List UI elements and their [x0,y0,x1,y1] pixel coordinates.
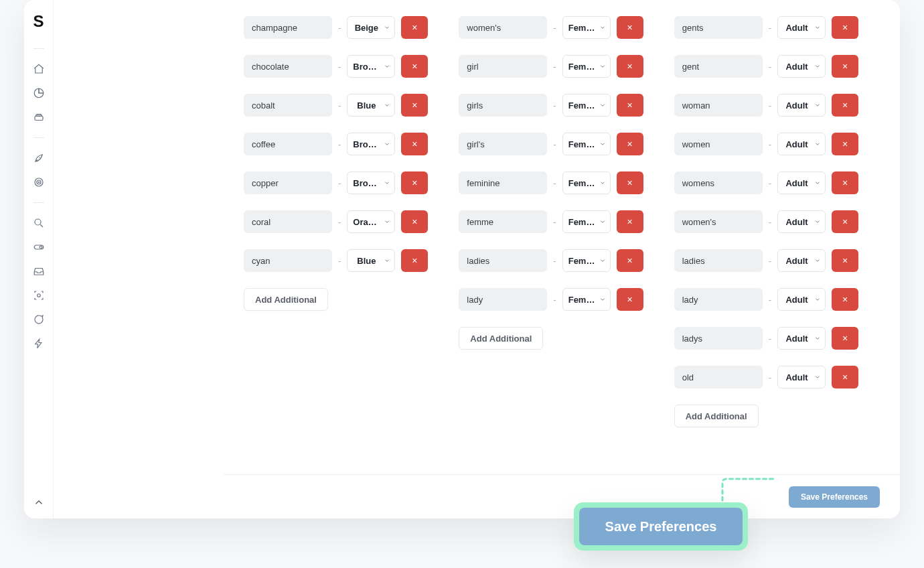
mapping-value-select[interactable]: Brown [347,55,395,78]
bolt-icon[interactable] [32,337,46,350]
mapping-value-select[interactable]: Adult [777,133,826,155]
mapping-value-select[interactable]: Adult [777,94,826,117]
mapping-value-select[interactable]: Blue [347,249,395,272]
add-additional-button[interactable]: Add Additional [674,405,759,427]
close-icon: × [627,294,633,305]
mapping-value-select[interactable]: Female [562,55,611,78]
mapping-term-input[interactable] [244,16,332,39]
delete-mapping-button[interactable]: × [617,249,643,272]
search-icon[interactable] [32,216,46,230]
sidebar: S [24,0,54,518]
scan-icon[interactable] [32,289,46,302]
delete-mapping-button[interactable]: × [617,16,643,39]
mapping-value-select[interactable]: Female [562,133,611,155]
mapping-term-input[interactable] [674,16,763,39]
svg-point-1 [35,178,43,186]
close-icon: × [412,61,417,72]
app-frame: S [24,0,900,518]
mapping-value-select[interactable]: Orange [347,210,395,233]
mapping-value-select[interactable]: Adult [777,327,826,350]
delete-mapping-button[interactable]: × [617,94,643,117]
mapping-value-select[interactable]: Adult [777,366,826,388]
delete-mapping-button[interactable]: × [832,210,858,233]
mapping-value-select[interactable]: Adult [777,55,826,78]
mapping-value-select[interactable]: Female [562,210,611,233]
mapping-value-select[interactable]: Blue [347,94,395,117]
delete-mapping-button[interactable]: × [832,288,858,311]
delete-mapping-button[interactable]: × [617,288,643,311]
delete-mapping-button[interactable]: × [401,16,428,39]
close-icon: × [627,22,633,33]
stack-icon[interactable] [32,111,46,124]
mapping-value-select[interactable]: Beige [347,16,395,39]
collapse-sidebar-icon[interactable] [32,496,46,509]
delete-mapping-button[interactable]: × [832,16,858,39]
mapping-term-input[interactable] [459,94,547,117]
mapping-value-select[interactable]: Female [562,16,611,39]
delete-mapping-button[interactable]: × [617,133,643,155]
delete-mapping-button[interactable]: × [401,210,428,233]
mapping-term-input[interactable] [459,210,547,233]
home-icon[interactable] [32,62,46,76]
mapping-value-select[interactable]: Adult [777,210,826,233]
delete-mapping-button[interactable]: × [617,210,643,233]
mapping-term-input[interactable] [674,327,763,350]
mapping-term-input[interactable] [459,133,547,155]
mapping-term-input[interactable] [459,55,547,78]
mapping-term-input[interactable] [674,133,763,155]
mapping-term-input[interactable] [244,210,332,233]
mapping-value-select[interactable]: Adult [777,249,826,272]
mapping-term-input[interactable] [674,210,763,233]
rocket-icon[interactable] [32,151,46,165]
delete-mapping-button[interactable]: × [401,249,428,272]
delete-mapping-button[interactable]: × [832,133,858,155]
mapping-term-input[interactable] [459,16,547,39]
mapping-value-select[interactable]: Female [562,94,611,117]
delete-mapping-button[interactable]: × [832,94,858,117]
mapping-value-select[interactable]: Female [562,249,611,272]
delete-mapping-button[interactable]: × [832,366,858,388]
save-preferences-callout-button[interactable]: Save Preferences [579,508,743,545]
mapping-term-input[interactable] [244,94,332,117]
delete-mapping-button[interactable]: × [401,171,428,194]
mapping-term-input[interactable] [674,94,763,117]
mapping-value-select[interactable]: Adult [777,288,826,311]
delete-mapping-button[interactable]: × [617,55,643,78]
mapping-term-input[interactable] [674,288,763,311]
mapping-term-input[interactable] [459,171,547,194]
delete-mapping-button[interactable]: × [832,171,858,194]
mapping-term-input[interactable] [674,55,763,78]
mapping-value-select[interactable]: Female [562,288,611,311]
mapping-term-input[interactable] [244,249,332,272]
pie-chart-icon[interactable] [32,86,46,100]
mapping-value-select[interactable]: Adult [777,16,826,39]
add-additional-button[interactable]: Add Additional [244,288,328,311]
mapping-value-select[interactable]: Brown [347,133,395,155]
mapping-term-input[interactable] [674,249,763,272]
mapping-select-wrap: Female [562,210,611,233]
delete-mapping-button[interactable]: × [401,133,428,155]
toggle-icon[interactable] [32,240,46,254]
mapping-value-select[interactable]: Brown [347,171,395,194]
chat-icon[interactable] [32,313,46,326]
mapping-term-input[interactable] [459,249,547,272]
delete-mapping-button[interactable]: × [617,171,643,194]
delete-mapping-button[interactable]: × [832,55,858,78]
add-additional-button[interactable]: Add Additional [459,327,543,350]
save-preferences-button[interactable]: Save Preferences [789,486,880,508]
mapping-dash: - [553,139,556,149]
delete-mapping-button[interactable]: × [832,249,858,272]
inbox-icon[interactable] [32,265,46,278]
mapping-term-input[interactable] [244,171,332,194]
mapping-value-select[interactable]: Female [562,171,611,194]
mapping-value-select[interactable]: Adult [777,171,826,194]
delete-mapping-button[interactable]: × [401,94,428,117]
mapping-term-input[interactable] [674,171,763,194]
target-icon[interactable] [32,175,46,189]
mapping-term-input[interactable] [459,288,547,311]
delete-mapping-button[interactable]: × [832,327,858,350]
mapping-term-input[interactable] [244,55,332,78]
mapping-term-input[interactable] [674,366,763,388]
mapping-term-input[interactable] [244,133,332,155]
delete-mapping-button[interactable]: × [401,55,428,78]
